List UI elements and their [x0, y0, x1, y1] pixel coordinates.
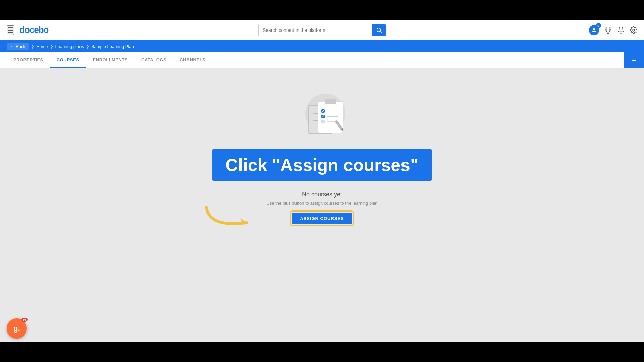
breadcrumb-current: Sample Learning Plan — [91, 44, 134, 49]
empty-illustration — [288, 88, 356, 142]
search-bar — [258, 24, 386, 36]
gear-icon — [630, 26, 637, 34]
svg-point-5 — [633, 29, 635, 31]
tab-channels[interactable]: CHANNELS — [173, 52, 212, 68]
bell-icon — [617, 26, 625, 34]
settings-button[interactable] — [630, 26, 637, 34]
back-arrow-icon: ← — [10, 44, 14, 49]
svg-rect-17 — [321, 120, 325, 123]
arrow-icon — [203, 204, 263, 231]
navbar: ☰ docebo 0 — [0, 20, 644, 40]
breadcrumb-separator-1: ❯ — [31, 44, 34, 49]
back-button[interactable]: ← Back — [7, 43, 29, 50]
trophy-icon — [604, 26, 612, 34]
breadcrumb-bar: ← Back ❯ Home ❯ Learning plans ❯ Sample … — [0, 40, 644, 52]
breadcrumb-learning-plans[interactable]: Learning plans — [55, 44, 84, 49]
tab-courses[interactable]: COURSES — [50, 52, 86, 68]
trophy-button[interactable] — [604, 26, 612, 34]
svg-point-0 — [377, 28, 381, 32]
search-button[interactable] — [372, 24, 386, 36]
no-courses-subtitle: Use the plus button to assign courses to… — [267, 201, 378, 206]
tab-properties[interactable]: PROPERTIES — [7, 52, 50, 68]
search-input[interactable] — [258, 24, 372, 36]
logo: docebo — [19, 25, 48, 35]
search-icon — [376, 27, 382, 33]
assign-courses-button[interactable]: ASSIGN COURSES — [292, 213, 352, 224]
plus-button[interactable]: + — [624, 52, 644, 68]
app-container: ☰ docebo 0 — [0, 20, 644, 342]
user-badge: 0 — [596, 23, 601, 28]
svg-rect-12 — [325, 99, 336, 104]
svg-line-1 — [380, 31, 381, 33]
breadcrumb-separator-2: ❯ — [50, 44, 53, 49]
annotation-text: Click "Assign courses" — [225, 155, 418, 175]
tab-enrollments[interactable]: ENROLLMENTS — [86, 52, 135, 68]
svg-point-2 — [593, 28, 595, 30]
gradestack-label: g. — [13, 324, 20, 333]
bell-button[interactable] — [617, 26, 625, 34]
breadcrumb-home[interactable]: Home — [36, 44, 48, 49]
breadcrumb-separator-3: ❯ — [86, 44, 89, 49]
gradestack-badge[interactable]: g. 36 — [7, 318, 27, 339]
hamburger-button[interactable]: ☰ — [7, 25, 14, 35]
tabs-bar: PROPERTIES COURSES ENROLLMENTS CATALOGS … — [0, 52, 644, 68]
nav-icons: 0 — [589, 25, 637, 35]
annotation-banner: Click "Assign courses" — [212, 149, 432, 181]
user-icon-button[interactable]: 0 — [589, 25, 599, 35]
assign-area: No courses yet Use the plus button to as… — [267, 191, 378, 224]
gradestack-count: 36 — [21, 318, 28, 322]
tab-catalogs[interactable]: CATALOGS — [135, 52, 173, 68]
top-black-bar — [0, 0, 644, 20]
no-courses-title: No courses yet — [302, 191, 342, 198]
bottom-black-bar — [0, 342, 644, 362]
main-content: Click "Assign courses" No courses yet Us… — [0, 68, 644, 342]
